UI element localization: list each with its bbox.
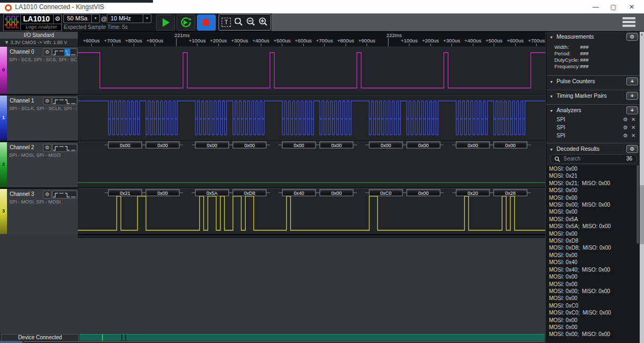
trigger-falling-edge-button[interactable] — [64, 191, 70, 198]
decoded-result-item[interactable]: MOSI: 0x40; MISO: 0x00 — [546, 266, 640, 273]
sample-rate-dropdown[interactable]: 10 MHz ▼ — [107, 14, 151, 23]
collapse-triangle-icon[interactable]: ▼ — [550, 109, 553, 113]
minimize-button[interactable]: — — [588, 2, 604, 12]
sample-count-dropdown[interactable]: 50 MSa ▼ — [63, 14, 100, 23]
channel-0-gear-icon[interactable]: ⚙ — [43, 48, 52, 56]
decoded-result-item[interactable]: MOSI: 0x00; MISO: 0x00 — [546, 201, 640, 208]
trigger-falling-edge-button[interactable] — [64, 49, 70, 56]
trigger-falling-edge-button[interactable] — [64, 98, 70, 105]
decoded-box-label: 0x00 — [157, 191, 168, 196]
zoom-selection-button[interactable] — [232, 16, 245, 28]
trigger-high-level-button[interactable] — [58, 191, 64, 198]
decoded-result-item[interactable]: MOSI: 0x00 — [546, 208, 640, 215]
analyzer-gear-icon[interactable]: ⚙ — [623, 133, 628, 138]
decoded-result-item[interactable]: MOSI: 0x00 — [546, 187, 640, 194]
zoom-out-button[interactable] — [245, 16, 257, 28]
decoded-result-item[interactable]: MOSI: 0x00; MISO: 0x00 — [546, 331, 640, 338]
decoded-result-item[interactable]: MOSI: 0xD8; MISO: 0x00 — [546, 244, 640, 251]
panel-scrollbar[interactable]: ▲ — [640, 32, 644, 343]
channel-3-block[interactable]: 3 Channel 3 ⚙ SPI - MOSI, SPI - MOSI — [0, 189, 78, 234]
analyzer-item[interactable]: SPI — [557, 125, 565, 130]
loop-run-button[interactable] — [177, 14, 195, 31]
decoded-result-item[interactable]: MOSI: 0x21 — [546, 172, 640, 179]
trigger-rising-edge-button[interactable] — [53, 191, 58, 198]
pulse-counters-title: Pulse Counters — [557, 78, 595, 84]
channel-2-gear-icon[interactable]: ⚙ — [43, 144, 52, 152]
analyzer-remove-icon[interactable]: ✕ — [631, 125, 635, 130]
trigger-low-level-button[interactable] — [70, 191, 76, 198]
start-button[interactable] — [156, 14, 175, 31]
device-settings-gear-icon[interactable]: ⚙ — [53, 14, 62, 24]
ruler-label: +300us — [231, 38, 248, 43]
trigger-low-level-button[interactable] — [70, 144, 76, 151]
trigger-rising-edge-button[interactable] — [53, 144, 58, 151]
analyzer-remove-icon[interactable]: ✕ — [631, 133, 635, 138]
decoded-result-item[interactable]: MOSI: 0x00; MISO: 0x00 — [546, 288, 640, 295]
stop-button[interactable] — [197, 14, 216, 31]
decoded-result-item[interactable]: MOSI: 0xC0 — [546, 302, 640, 309]
add-pulse-counter-button[interactable]: + — [626, 77, 638, 85]
add-timing-marker-button[interactable]: + — [626, 92, 638, 100]
channel-3-gear-icon[interactable]: ⚙ — [43, 191, 52, 199]
decoded-result-item[interactable]: MOSI: 0x00 — [546, 230, 640, 237]
waveform-canvas[interactable]: +600us+700us+800us+900us221ms+100us+200u… — [78, 32, 545, 238]
zoom-in-button[interactable] — [257, 16, 269, 28]
measurements-gear-button[interactable]: ⚙ — [626, 33, 638, 41]
analyzer-remove-icon[interactable]: ✕ — [631, 116, 635, 122]
add-analyzer-button[interactable]: + — [626, 106, 638, 114]
analyzer-gear-icon[interactable]: ⚙ — [623, 116, 628, 122]
decoded-box-label: 0x00 — [207, 143, 217, 148]
decoded-result-item[interactable]: MOSI: 0x00 — [546, 273, 640, 280]
trigger-rising-edge-button[interactable] — [53, 49, 58, 56]
decoded-result-item[interactable]: MOSI: 0x40 — [546, 259, 640, 266]
collapse-triangle-icon[interactable]: ▼ — [550, 80, 553, 84]
collapse-triangle-icon[interactable]: ▼ — [550, 35, 553, 39]
channel-2-block[interactable]: 2 Channel 2 ⚙ SPI - MOSI, SPI - MISO — [0, 142, 78, 187]
menu-icon[interactable] — [623, 17, 635, 27]
trigger-rising-edge-button[interactable] — [53, 98, 58, 105]
collapse-triangle-icon[interactable]: ▼ — [550, 94, 553, 98]
decoded-result-item[interactable]: MOSI: 0x00 — [546, 324, 640, 331]
io-standard-header[interactable]: I/O Standard — [0, 32, 78, 39]
decoded-result-item[interactable]: MOSI: 0x5A; MISO: 0x00 — [546, 223, 640, 230]
decoded-result-item[interactable]: MOSI: 0x00 — [546, 194, 640, 201]
measurement-label: DutyCycle: — [554, 57, 579, 63]
analyzer-gear-icon[interactable]: ⚙ — [623, 125, 628, 130]
close-button[interactable]: ✕ — [624, 2, 640, 12]
io-standard-value[interactable]: ▼ 3.3V CMOS -> Vth: 1.65 V — [0, 39, 78, 46]
decoded-result-item[interactable]: MOSI: 0x00 — [546, 295, 640, 302]
search-input[interactable]: Search 36 — [550, 154, 637, 164]
list-scrollbar-thumb[interactable] — [636, 165, 639, 244]
view-window-marker[interactable] — [121, 334, 126, 341]
trigger-high-level-button[interactable] — [58, 98, 64, 105]
decoded-result-item[interactable]: MOSI: 0xC0; MISO: 0x00 — [546, 309, 640, 316]
decoded-result-item[interactable]: MOSI: 0x00 — [546, 165, 640, 172]
decoded-result-item[interactable]: MOSI: 0x00 — [546, 252, 640, 259]
device-widget[interactable]: LA1010 ⚙ Logic Analyzer — [3, 14, 62, 31]
decoded-results-gear-button[interactable]: ⚙ — [626, 145, 638, 153]
maximize-button[interactable]: ▢ — [605, 2, 621, 12]
trigger-high-level-button[interactable] — [58, 144, 64, 151]
channel-0-block[interactable]: 0 Channel 0 ⚙ SPI - SCS, SPI - SCS, SPI … — [0, 47, 78, 94]
bottom-scrollbar[interactable] — [0, 341, 545, 343]
analyzer-item[interactable]: SPI — [557, 116, 565, 122]
trigger-high-level-button[interactable] — [58, 49, 64, 56]
timing-marker-button[interactable]: T — [219, 16, 232, 28]
decoded-result-item[interactable]: MOSI: 0x21; MISO: 0x00 — [546, 180, 640, 187]
analyzer-item[interactable]: SPI — [557, 133, 565, 138]
capture-overview-bar[interactable] — [79, 334, 545, 341]
channel-1-block[interactable]: 1 Channel 1 ⚙ SPI - SCLK, SPI - SCLK, SP… — [0, 96, 78, 141]
trigger-low-level-button[interactable] — [70, 49, 76, 56]
decoded-result-item[interactable]: MOSI: 0xD8 — [546, 237, 640, 244]
ruler-label: +600us — [507, 38, 524, 43]
channel-1-gear-icon[interactable]: ⚙ — [43, 97, 52, 105]
decoded-result-item[interactable]: MOSI: 0x00 — [546, 317, 640, 324]
trigger-low-level-button[interactable] — [70, 98, 76, 105]
collapse-triangle-icon[interactable]: ▼ — [550, 148, 553, 151]
panel-scrollbar-thumb[interactable] — [640, 185, 644, 244]
scrollbar-up-arrow[interactable]: ▲ — [640, 33, 643, 36]
decoded-result-item[interactable]: MOSI: 0x00 — [546, 281, 640, 288]
bottom-scrollbar-thumb[interactable] — [0, 341, 23, 343]
decoded-result-item[interactable]: MOSI: 0x5A — [546, 216, 640, 223]
trigger-falling-edge-button[interactable] — [64, 144, 70, 151]
